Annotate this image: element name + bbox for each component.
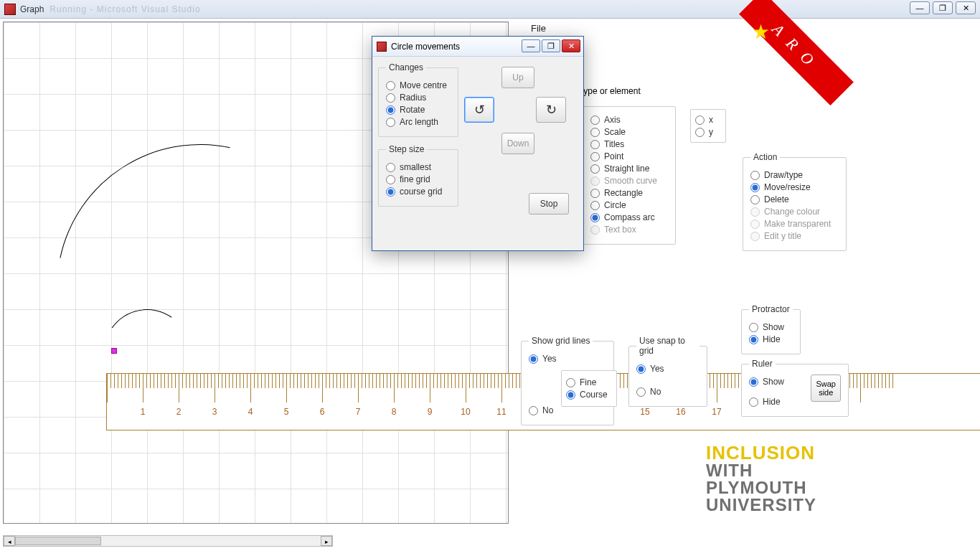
rotate-right-button[interactable]: ↻	[536, 97, 566, 123]
aro-ribbon: ARO ★	[746, 0, 847, 115]
type-header: type or element	[581, 86, 641, 96]
radio-compass-arc[interactable]: Compass arc	[590, 212, 668, 222]
inclusion-logo: INCLUSION WITH PLYMOUTH UNIVERSITY	[706, 443, 816, 514]
radio-straight-line[interactable]: Straight line	[590, 164, 668, 174]
ruler-number: 4	[248, 407, 253, 417]
legend-protractor: Protractor	[749, 304, 793, 314]
radio-ruler-show[interactable]: Show	[749, 377, 811, 387]
legend-action: Action	[750, 152, 780, 162]
minimize-button[interactable]: —	[910, 1, 930, 14]
radio-grid-no[interactable]: No	[529, 405, 606, 415]
radio-titles[interactable]: Titles	[590, 139, 668, 149]
radio-smooth-curve: Smooth curve	[590, 176, 668, 186]
group-action: Action Draw/type Move/resize Delete Chan…	[743, 152, 847, 251]
horizontal-scrollbar[interactable]: ◂ ▸	[3, 535, 333, 547]
scroll-left-arrow[interactable]: ◂	[4, 536, 15, 546]
group-snap: Use snap to grid Yes No	[628, 336, 707, 407]
dialog-icon	[377, 42, 387, 52]
dialog-maximize-button[interactable]: ❐	[542, 39, 560, 52]
radio-axis[interactable]: Axis	[590, 115, 668, 125]
radio-delete[interactable]: Delete	[750, 194, 839, 204]
dialog-minimize-button[interactable]: —	[522, 39, 540, 52]
radio-move-centre[interactable]: Move centre	[386, 80, 451, 90]
radio-edit-y-title: Edit y title	[750, 231, 839, 241]
radio-x[interactable]: x	[695, 115, 721, 125]
scroll-right-arrow[interactable]: ▸	[321, 536, 332, 546]
logo-line-4: UNIVERSITY	[706, 496, 816, 514]
maximize-button[interactable]: ❐	[933, 1, 953, 14]
app-icon	[4, 4, 16, 15]
ruler-number: 16	[676, 407, 685, 417]
radio-smallest[interactable]: smallest	[386, 162, 451, 172]
rotate-left-button[interactable]: ↺	[464, 97, 494, 123]
radio-text-box: Text box	[590, 225, 668, 235]
dialog-titlebar[interactable]: Circle movements — ❐ ✕	[372, 37, 583, 57]
swap-side-button[interactable]: Swap side	[811, 375, 841, 402]
arc-handle-start[interactable]	[111, 348, 117, 354]
radio-make-transparent: Make transparent	[750, 219, 839, 229]
radio-scale[interactable]: Scale	[590, 127, 668, 137]
radio-fine-grid[interactable]: fine grid	[386, 174, 451, 184]
ruler-number: 10	[461, 407, 470, 417]
circle-movements-dialog[interactable]: Circle movements — ❐ ✕ Changes Move cent…	[372, 36, 584, 251]
ruler-number: 5	[284, 407, 289, 417]
star-icon: ★	[752, 20, 770, 44]
dialog-title: Circle movements	[391, 42, 460, 52]
window-controls: — ❐ ✕	[910, 1, 976, 14]
radio-change-colour: Change colour	[750, 207, 839, 217]
radio-ruler-hide[interactable]: Hide	[749, 397, 811, 407]
close-button[interactable]: ✕	[956, 1, 976, 14]
radio-radius[interactable]: Radius	[386, 93, 451, 103]
ruler-number: 11	[496, 407, 506, 417]
radio-prot-hide[interactable]: Hide	[749, 334, 793, 344]
radio-snap-yes[interactable]: Yes	[636, 364, 699, 374]
logo-line-3: PLYMOUTH	[706, 479, 816, 496]
logo-line-1: INCLUSION	[706, 443, 816, 462]
radio-draw[interactable]: Draw/type	[750, 170, 839, 180]
ruler-number: 1	[141, 407, 146, 417]
radio-course[interactable]: Course	[566, 390, 612, 400]
ruler-number: 9	[428, 407, 433, 417]
stop-button[interactable]: Stop	[529, 193, 569, 215]
ruler-number: 2	[176, 407, 182, 417]
radio-fine[interactable]: Fine	[566, 377, 612, 387]
radio-circle[interactable]: Circle	[590, 200, 668, 210]
group-protractor: Protractor Show Hide	[741, 304, 801, 354]
group-step-size: Step size smallest fine grid course grid	[378, 144, 458, 207]
ruler-number: 3	[212, 407, 217, 417]
ruler-number: 8	[392, 407, 397, 417]
menu-file[interactable]: File	[531, 23, 546, 34]
logo-line-2: WITH	[706, 462, 816, 479]
scroll-thumb[interactable]	[15, 537, 101, 545]
group-ruler: Ruler Swap side Show Hide	[741, 359, 849, 417]
legend-show-grid: Show grid lines	[529, 336, 593, 346]
dialog-close-button[interactable]: ✕	[562, 39, 580, 52]
window-title: Graph	[20, 4, 44, 14]
group-element-type: Axis Scale Titles Point Straight line Sm…	[583, 106, 676, 245]
legend-snap: Use snap to grid	[636, 336, 699, 356]
group-xy: x y	[690, 109, 726, 143]
up-button[interactable]: Up	[501, 67, 534, 88]
radio-point[interactable]: Point	[590, 151, 668, 161]
radio-y[interactable]: y	[695, 127, 721, 137]
ruler-number: 17	[712, 407, 721, 417]
radio-rotate[interactable]: Rotate	[386, 105, 451, 115]
radio-snap-no[interactable]: No	[636, 387, 699, 397]
legend-step: Step size	[386, 144, 427, 154]
legend-ruler: Ruler	[749, 359, 776, 369]
radio-rectangle[interactable]: Rectangle	[590, 188, 668, 198]
radio-course-grid[interactable]: course grid	[386, 187, 451, 197]
ribbon-text: ARO	[739, 0, 854, 105]
down-button[interactable]: Down	[501, 133, 534, 154]
ruler-number: 15	[640, 407, 649, 417]
group-grid-fineness: Fine Course	[561, 370, 617, 407]
radio-grid-yes[interactable]: Yes	[529, 354, 606, 364]
window-subtitle: Running - Microsoft Visual Studio	[50, 4, 200, 14]
ruler-number: 7	[356, 407, 361, 417]
ruler-number: 6	[320, 407, 325, 417]
radio-prot-show[interactable]: Show	[749, 322, 793, 332]
radio-move-resize[interactable]: Move/resize	[750, 182, 839, 192]
radio-arc-length[interactable]: Arc length	[386, 117, 451, 127]
legend-changes: Changes	[386, 62, 426, 72]
group-changes: Changes Move centre Radius Rotate Arc le…	[378, 62, 458, 137]
